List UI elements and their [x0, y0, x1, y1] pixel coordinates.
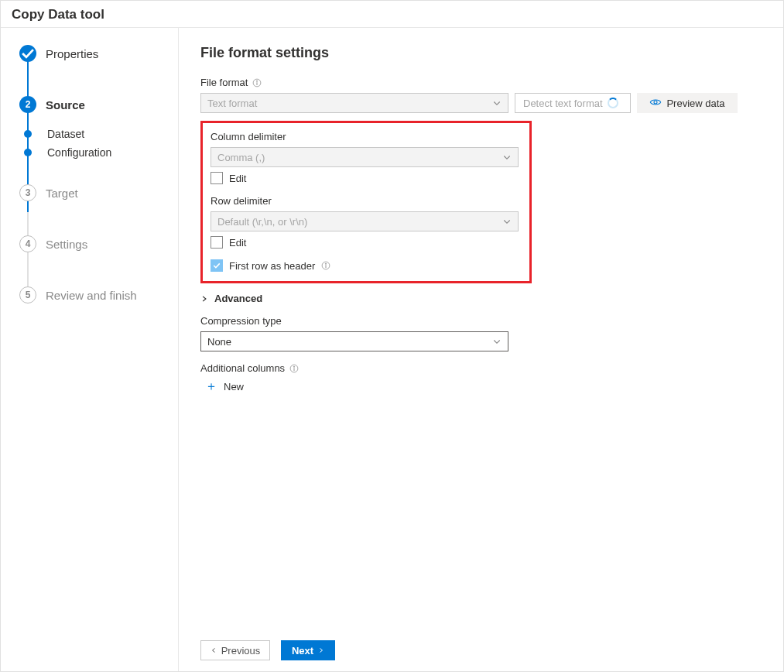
substep-configuration[interactable]: Configuration	[19, 146, 167, 159]
info-icon	[252, 78, 262, 87]
advanced-expander[interactable]: Advanced	[200, 293, 762, 304]
chevron-down-icon	[492, 337, 502, 346]
substep-label: Configuration	[47, 146, 111, 159]
spinner-icon	[608, 98, 618, 108]
edit-label: Edit	[229, 237, 246, 249]
additional-columns-label: Additional columns	[200, 362, 762, 374]
step-label: Source	[46, 98, 85, 111]
plus-icon: ＋	[205, 379, 217, 395]
row-delimiter-group: Row delimiter Default (\r,\n, or \r\n) E…	[211, 195, 522, 249]
compression-type-label: Compression type	[200, 315, 508, 327]
first-row-as-header-row: First row as header	[211, 259, 522, 272]
check-icon	[19, 45, 36, 62]
wizard-steps: Properties 2 Source Dataset Configuratio…	[19, 45, 167, 303]
column-delimiter-edit-row: Edit	[211, 172, 522, 184]
step-connector-line	[27, 50, 29, 303]
step-label: Properties	[46, 47, 98, 60]
substep-dataset[interactable]: Dataset	[19, 127, 167, 141]
step-properties[interactable]: Properties	[19, 45, 167, 62]
file-format-label: File format	[200, 77, 508, 88]
substep-label: Dataset	[47, 128, 84, 140]
window-title: Copy Data tool	[1, 1, 783, 28]
add-new-column-button[interactable]: ＋ New	[200, 379, 762, 395]
row-delimiter-edit-checkbox[interactable]	[211, 236, 223, 249]
detect-text-format-button[interactable]: Detect text format	[515, 93, 631, 113]
step-label: Target	[46, 187, 78, 200]
row-delimiter-label: Row delimiter	[211, 195, 522, 207]
column-delimiter-label: Column delimiter	[211, 131, 522, 142]
first-row-as-header-label: First row as header	[229, 260, 315, 272]
svg-point-1	[257, 81, 258, 81]
preview-data-button[interactable]: Preview data	[637, 93, 738, 113]
row-delimiter-select[interactable]: Default (\r,\n, or \r\n)	[211, 211, 519, 231]
svg-point-5	[326, 263, 327, 264]
substep-bullet-icon	[24, 130, 32, 138]
svg-point-3	[654, 101, 657, 104]
row-delimiter-edit-row: Edit	[211, 236, 522, 249]
copy-data-tool-window: Copy Data tool Properties 2 Source	[0, 0, 784, 672]
info-icon	[289, 364, 299, 373]
column-delimiter-select[interactable]: Comma (,)	[211, 147, 519, 167]
additional-columns-group: Additional columns ＋ New	[200, 362, 762, 395]
file-format-select[interactable]: Text format	[200, 93, 508, 113]
column-delimiter-edit-checkbox[interactable]	[211, 172, 223, 184]
chevron-right-icon	[318, 646, 324, 654]
svg-rect-2	[257, 82, 258, 85]
step-label: Review and finish	[46, 289, 137, 302]
substep-bullet-icon	[24, 149, 32, 156]
chevron-down-icon	[502, 153, 512, 162]
svg-rect-9	[294, 368, 295, 371]
column-delimiter-group: Column delimiter Comma (,) Edit	[211, 131, 522, 184]
svg-rect-6	[326, 265, 327, 268]
chevron-right-icon	[200, 295, 208, 303]
step-number-icon: 4	[19, 235, 36, 252]
chevron-down-icon	[502, 217, 512, 226]
step-number-icon: 2	[19, 96, 36, 113]
chevron-left-icon	[211, 646, 217, 654]
chevron-down-icon	[492, 98, 502, 108]
body: Properties 2 Source Dataset Configuratio…	[1, 28, 783, 671]
wizard-footer: Previous Next	[200, 633, 762, 660]
previous-button[interactable]: Previous	[200, 640, 270, 660]
compression-type-select[interactable]: None	[200, 331, 508, 351]
first-row-as-header-checkbox[interactable]	[211, 259, 223, 272]
page-title: File format settings	[200, 45, 762, 61]
step-settings[interactable]: 4 Settings	[19, 235, 167, 252]
file-format-row: File format Text format Detect text form…	[200, 77, 762, 113]
svg-point-8	[294, 366, 295, 367]
delimiter-settings-highlight: Column delimiter Comma (,) Edit Row deli…	[200, 121, 532, 283]
wizard-sidebar: Properties 2 Source Dataset Configuratio…	[1, 28, 179, 671]
info-icon	[321, 261, 330, 270]
step-label: Settings	[46, 238, 87, 251]
step-review-and-finish[interactable]: 5 Review and finish	[19, 286, 167, 303]
step-source[interactable]: 2 Source	[19, 96, 167, 113]
next-button[interactable]: Next	[281, 640, 335, 660]
edit-label: Edit	[229, 173, 246, 184]
main-panel: File format settings File format Text fo…	[179, 28, 783, 671]
compression-type-group: Compression type None	[200, 315, 508, 351]
step-target[interactable]: 3 Target	[19, 184, 167, 201]
step-number-icon: 3	[19, 184, 36, 201]
step-number-icon: 5	[19, 286, 36, 303]
preview-icon	[649, 98, 662, 109]
